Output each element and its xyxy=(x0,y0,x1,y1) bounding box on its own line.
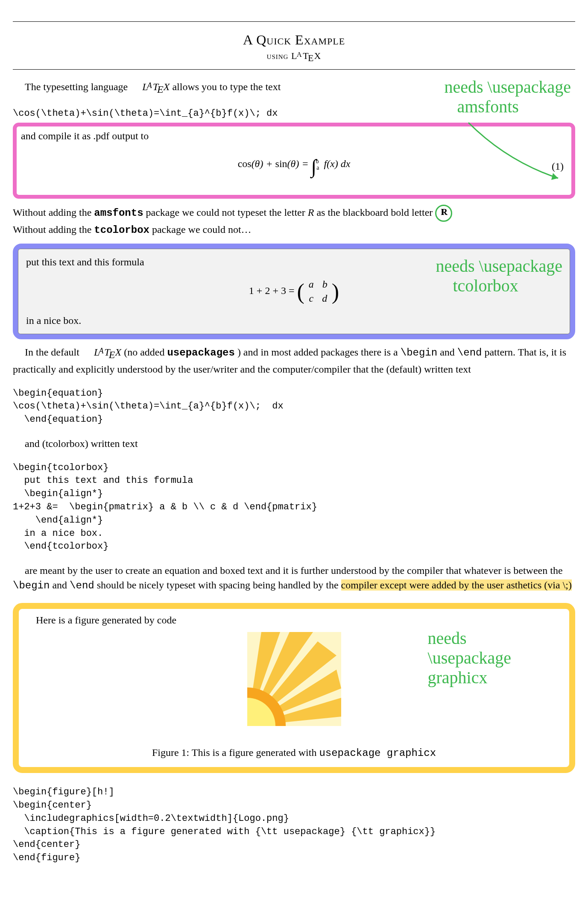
matrix-lhs: 1 + 2 + 3 = xyxy=(249,285,295,296)
tcolorbox-section: put this text and this formula 1 + 2 + 3… xyxy=(13,244,575,339)
tcolorbox-para: Without adding the tcolorbox package we … xyxy=(13,223,575,238)
begin-end-para: In the default LATEX (no added usepackag… xyxy=(13,345,575,376)
m-d: d xyxy=(322,291,327,306)
eq-number: (1) xyxy=(552,159,564,174)
amsfonts-para: Without adding the amsfonts package we c… xyxy=(13,205,575,222)
yellow-highlight-box: Here is a figure generated by code xyxy=(13,603,575,773)
latex-logo: LATEX xyxy=(291,50,322,65)
m-b: b xyxy=(322,277,328,292)
tcolor-pre: Without adding the xyxy=(13,224,94,235)
be-pre: In the default xyxy=(25,347,82,358)
tcolorbox: put this text and this formula 1 + 2 + 3… xyxy=(18,249,570,334)
intro-pre: The typesetting language xyxy=(25,81,130,92)
amsfonts-pre: Without adding the xyxy=(13,207,94,218)
title-main: A Quick Example xyxy=(13,30,575,50)
compile-line: and compile it as .pdf output to xyxy=(21,129,567,144)
cap-pre: Figure 1: This is a figure generated wit… xyxy=(152,747,319,758)
meant-begin: \begin xyxy=(13,580,50,591)
blackboard-r-circled: R xyxy=(435,205,452,222)
title-sub: using LATEX xyxy=(13,50,575,65)
intro-section: The typesetting language LATEX allows yo… xyxy=(13,80,575,199)
tcbox-written: and (tcolorbox) written text xyxy=(13,437,575,451)
title-text: A Quick Example xyxy=(243,32,345,47)
tcolor-post: package we could not… xyxy=(152,224,252,235)
meant-and: and xyxy=(52,579,70,591)
be-begin: \begin xyxy=(401,347,437,359)
letter-r-italic: R xyxy=(308,207,314,218)
intro-post: allows you to type the text xyxy=(172,81,281,92)
m-c: c xyxy=(309,291,313,306)
blue-highlight-box: put this text and this formula 1 + 2 + 3… xyxy=(13,244,575,339)
amsfonts-mid: package we could not typeset the letter xyxy=(146,207,308,218)
intro-para: The typesetting language LATEX allows yo… xyxy=(13,80,575,97)
be-after: ) and in most added packages there is a xyxy=(237,347,401,358)
code-block-tcolorbox: \begin{tcolorbox} put this text and this… xyxy=(13,461,575,554)
figure-area xyxy=(24,632,564,730)
equation-1: cos(θ) + sin(θ) = ∫ab f(x) dx (1) xyxy=(21,153,567,180)
latex-logo-inline: LATEX xyxy=(130,80,170,97)
code-inline-eq: \cos(\theta)+\sin(\theta)=\int_{a}^{b}f(… xyxy=(13,107,575,121)
latex-logo-inline2: LATEX xyxy=(82,345,121,362)
tbox-top: put this text and this formula xyxy=(26,255,562,270)
top-rule xyxy=(13,21,575,22)
meant-mid: should be nicely typeset with spacing be… xyxy=(97,579,341,591)
be-and: and xyxy=(440,347,457,358)
pink-highlight-box: and compile it as .pdf output to cos(θ) … xyxy=(13,123,575,199)
figure-section: Here is a figure generated by code xyxy=(13,603,575,773)
figure-caption: Figure 1: This is a figure generated wit… xyxy=(24,746,564,761)
meant-highlight: compiler except were added by the user a… xyxy=(341,579,572,591)
amsfonts-pkg: amsfonts xyxy=(94,207,143,219)
title-rule xyxy=(13,69,575,70)
tcolor-pkg: tcolorbox xyxy=(94,224,149,236)
be-pkg: usepackages xyxy=(167,347,234,359)
matrix-equation: 1 + 2 + 3 = ( ab cd ) xyxy=(26,277,562,306)
meant-end: \end xyxy=(70,580,94,591)
tbox-bottom: in a nice box. xyxy=(26,314,562,328)
meant-pre: are meant by the user to create an equat… xyxy=(25,565,563,576)
amsfonts-post: as the blackboard bold letter xyxy=(316,207,435,218)
page: { "title": { "main": "A Quick Example", … xyxy=(13,21,575,865)
code-block-figure: \begin{figure}[h!] \begin{center} \inclu… xyxy=(13,786,575,865)
title-block: A Quick Example using LATEX xyxy=(13,30,575,65)
cap-pkg: usepackage graphicx xyxy=(319,747,436,759)
be-end: \end xyxy=(457,347,482,359)
figure-intro-line: Here is a figure generated by code xyxy=(24,613,564,628)
code-block-equation: \begin{equation} \cos(\theta)+\sin(\thet… xyxy=(13,387,575,426)
be-mid: (no added xyxy=(124,347,167,358)
m-a: a xyxy=(309,277,314,292)
meant-para: are meant by the user to create an equat… xyxy=(13,564,575,593)
sub-using: using xyxy=(267,50,291,61)
sun-image xyxy=(247,632,341,726)
